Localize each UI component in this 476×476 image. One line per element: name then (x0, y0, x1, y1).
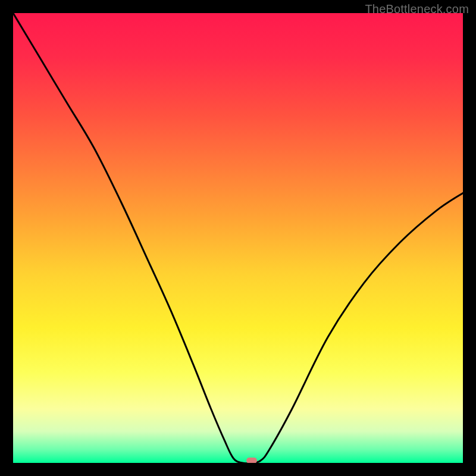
watermark-text: TheBottleneck.com (365, 2, 469, 16)
optimal-marker (246, 458, 257, 463)
plot-area (13, 13, 463, 463)
bottleneck-curve (13, 13, 463, 463)
chart-container: TheBottleneck.com (0, 0, 476, 476)
